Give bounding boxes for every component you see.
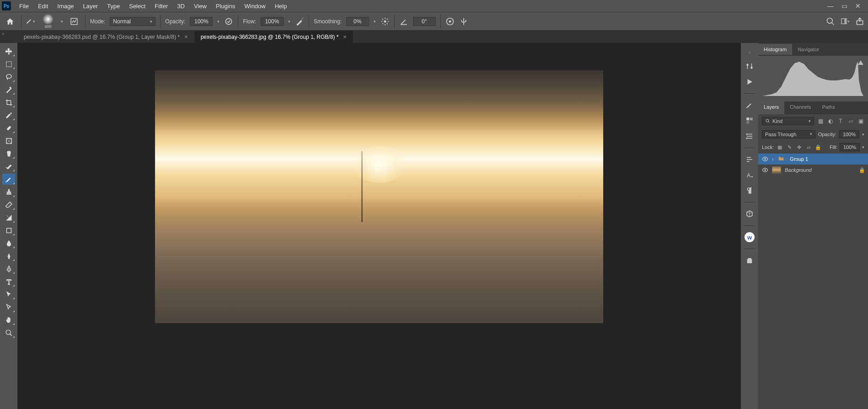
lock-pixels-icon[interactable]: ▦ (776, 143, 783, 151)
menu-3d[interactable]: 3D (172, 1, 189, 11)
menu-window[interactable]: Window (240, 1, 270, 11)
properties-panel-icon[interactable] (745, 154, 755, 165)
filter-smart-icon[interactable]: ▣ (857, 117, 864, 125)
blend-mode-select[interactable]: Pass Through▾ (762, 130, 815, 138)
brush-tool-icon[interactable]: ▾ (26, 17, 35, 26)
lock-artboard-icon[interactable]: ▱ (805, 143, 812, 151)
filter-type-icon[interactable]: T (837, 117, 844, 125)
channels-tab[interactable]: Channels (784, 101, 816, 114)
menu-plugins[interactable]: Plugins (211, 1, 240, 11)
eyedropper-tool[interactable] (2, 110, 15, 121)
visibility-toggle[interactable] (762, 156, 768, 162)
stamp-tool[interactable] (2, 186, 15, 197)
workspace-icon[interactable]: ▾ (841, 17, 850, 26)
filter-adjust-icon[interactable]: ◐ (827, 117, 834, 125)
frame-tool[interactable] (2, 135, 15, 146)
visibility-toggle[interactable] (762, 167, 768, 173)
flow-field[interactable]: 100% (261, 17, 284, 26)
filter-shape-icon[interactable]: ▱ (847, 117, 854, 125)
gradient-tool[interactable] (2, 212, 15, 223)
marquee-tool[interactable] (2, 58, 15, 69)
hand-tool[interactable] (2, 314, 15, 325)
airbrush-icon[interactable] (295, 17, 304, 26)
angle-field[interactable]: 0° (413, 17, 436, 26)
swatches-panel-icon[interactable] (745, 116, 755, 126)
close-tab-icon[interactable]: × (184, 33, 188, 40)
menu-filter[interactable]: Filter (150, 1, 172, 11)
brush-tool[interactable] (2, 174, 15, 185)
menu-edit[interactable]: Edit (33, 1, 53, 11)
shape-tool[interactable] (2, 302, 15, 313)
filter-image-icon[interactable]: ▦ (817, 117, 824, 125)
wand-tool[interactable] (2, 84, 15, 95)
layer-row-group[interactable]: › Group 1 (758, 154, 868, 165)
menu-view[interactable]: View (189, 1, 211, 11)
lock-all-icon[interactable]: 🔒 (814, 143, 822, 151)
plugin-badge[interactable]: w (745, 232, 755, 242)
menu-type[interactable]: Type (102, 1, 124, 11)
play-panel-icon[interactable] (745, 77, 755, 87)
brushes-panel-icon[interactable] (745, 100, 755, 110)
3d-panel-icon[interactable] (745, 209, 755, 219)
libraries-panel-icon[interactable] (745, 255, 755, 266)
opacity-field[interactable]: 100% (190, 17, 213, 26)
lasso-tool[interactable] (2, 71, 15, 82)
smoothing-field[interactable]: 0% (346, 17, 369, 26)
lock-position-icon[interactable]: ✥ (795, 143, 803, 151)
layers-tab[interactable]: Layers (758, 101, 784, 114)
histogram-tab[interactable]: Histogram (758, 44, 792, 55)
adjustments-panel-icon[interactable] (745, 61, 755, 71)
smoothing-options-icon[interactable] (380, 17, 390, 26)
paths-tab[interactable]: Paths (817, 101, 841, 114)
expand-group-icon[interactable]: › (772, 157, 773, 162)
mode-select[interactable]: Normal▾ (110, 17, 155, 26)
angle-icon[interactable] (399, 17, 408, 26)
bucket-tool[interactable] (2, 225, 15, 236)
zoom-tool[interactable] (2, 327, 15, 338)
healing-tool[interactable] (2, 122, 15, 133)
canvas-image[interactable] (155, 70, 603, 323)
path-select-tool[interactable] (2, 289, 15, 300)
crop-tool[interactable] (2, 97, 15, 108)
layer-name[interactable]: Group 1 (790, 156, 864, 162)
chevron-down-icon[interactable]: ▾ (61, 19, 63, 24)
pressure-opacity-icon[interactable] (224, 17, 233, 26)
search-icon[interactable] (826, 17, 835, 26)
layer-name[interactable]: Background (785, 167, 855, 173)
navigator-tab[interactable]: Navigator (792, 44, 825, 55)
pressure-size-icon[interactable] (445, 17, 455, 26)
clone-tool[interactable] (2, 148, 15, 159)
share-icon[interactable] (855, 17, 864, 26)
brush-preset-picker[interactable]: 400 (40, 13, 56, 30)
close-tab-icon[interactable]: × (343, 33, 347, 40)
layer-row-background[interactable]: Background 🔒 (758, 165, 868, 175)
blur-tool[interactable] (2, 238, 15, 249)
eraser-tool[interactable] (2, 199, 15, 210)
menu-file[interactable]: File (15, 1, 33, 11)
expand-tabs-icon[interactable]: » (2, 31, 5, 36)
pen-tool[interactable] (2, 263, 15, 274)
align-panel-icon[interactable] (745, 131, 755, 141)
paragraph-panel-icon[interactable] (745, 186, 755, 196)
type-tool[interactable] (2, 276, 15, 287)
brush-panel-toggle[interactable] (68, 15, 80, 28)
maximize-button[interactable]: ▭ (841, 2, 848, 10)
dodge-tool[interactable] (2, 250, 15, 261)
menu-layer[interactable]: Layer (79, 1, 103, 11)
move-tool[interactable] (2, 46, 15, 57)
minimize-button[interactable]: — (827, 2, 834, 10)
expand-panels-icon[interactable]: « (747, 49, 751, 56)
filter-kind-select[interactable]: Kind ▾ (762, 117, 814, 125)
home-button[interactable] (4, 15, 16, 28)
canvas-area[interactable] (17, 43, 741, 409)
menu-select[interactable]: Select (124, 1, 150, 11)
character-panel-icon[interactable]: A (745, 170, 755, 180)
history-brush-tool[interactable] (2, 161, 15, 172)
document-tab[interactable]: pexels-pixabay-366283.jpg @ 16.7% (Group… (194, 31, 353, 43)
layer-opacity-field[interactable]: 100% (839, 130, 859, 138)
symmetry-icon[interactable] (459, 17, 468, 26)
fill-field[interactable]: 100% (840, 143, 860, 151)
lock-indicator-icon[interactable]: 🔒 (859, 167, 864, 173)
menu-help[interactable]: Help (270, 1, 292, 11)
lock-paint-icon[interactable]: ✎ (786, 143, 793, 151)
